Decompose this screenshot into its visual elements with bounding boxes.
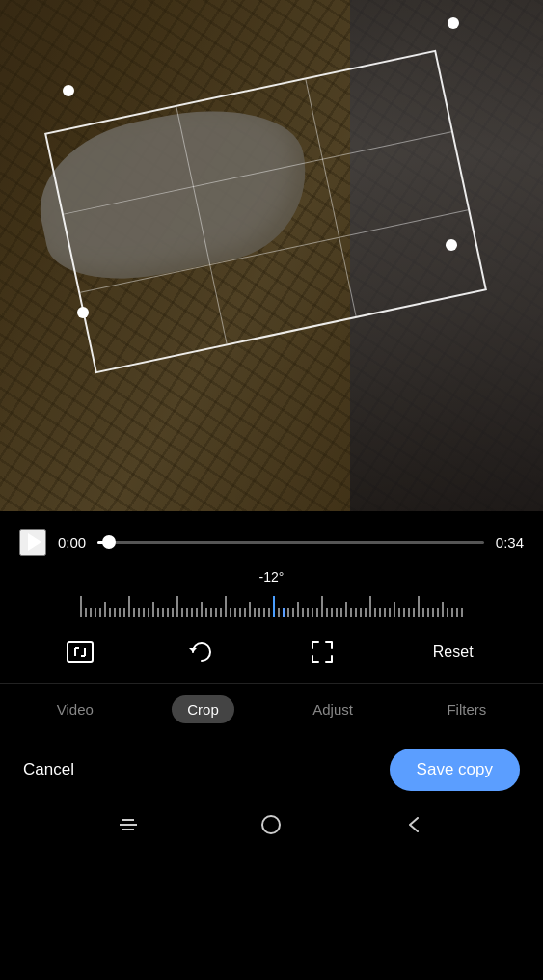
scrubber-track[interactable] — [97, 541, 484, 544]
tab-adjust[interactable]: Adjust — [297, 695, 368, 723]
handle-top-right[interactable] — [448, 17, 459, 29]
rotate-button[interactable] — [182, 633, 221, 671]
tab-bar: Video Crop Adjust Filters — [0, 684, 543, 735]
crop-overlay — [0, 0, 543, 511]
handle-bottom-right[interactable] — [446, 239, 457, 251]
tick-ruler[interactable] — [0, 590, 543, 617]
current-time: 0:00 — [58, 534, 86, 551]
rotation-value: -12° — [0, 569, 543, 585]
svg-rect-0 — [68, 642, 93, 662]
total-time: 0:34 — [496, 534, 524, 551]
image-crop-area[interactable] — [0, 0, 543, 511]
svg-marker-5 — [189, 648, 197, 652]
play-button[interactable] — [19, 529, 46, 556]
home-button[interactable] — [260, 814, 282, 835]
handle-bottom-left[interactable] — [77, 307, 89, 318]
save-copy-button[interactable]: Save copy — [390, 749, 520, 791]
play-icon — [28, 533, 41, 551]
cancel-button[interactable]: Cancel — [23, 760, 74, 779]
reset-button[interactable]: Reset — [423, 638, 483, 667]
tool-row: Reset — [0, 621, 543, 684]
video-controls: 0:00 0:34 — [0, 511, 543, 563]
system-nav-bar — [0, 804, 543, 851]
home-icon — [260, 814, 282, 835]
time-row: 0:00 0:34 — [19, 529, 524, 556]
rotation-control[interactable]: -12° — [0, 563, 543, 621]
handle-top-left[interactable] — [63, 85, 74, 96]
tab-crop[interactable]: Crop — [172, 695, 234, 723]
scrubber-thumb[interactable] — [102, 535, 116, 549]
back-icon — [406, 814, 423, 835]
expand-button[interactable] — [303, 633, 341, 671]
bottom-action-bar: Cancel Save copy — [0, 735, 543, 804]
tab-video[interactable]: Video — [41, 695, 109, 723]
recent-apps-button[interactable] — [120, 819, 137, 830]
back-button[interactable] — [406, 814, 423, 835]
aspect-ratio-button[interactable] — [60, 635, 100, 669]
svg-point-6 — [262, 816, 280, 833]
tab-filters[interactable]: Filters — [431, 695, 502, 723]
recent-apps-icon — [120, 819, 137, 830]
